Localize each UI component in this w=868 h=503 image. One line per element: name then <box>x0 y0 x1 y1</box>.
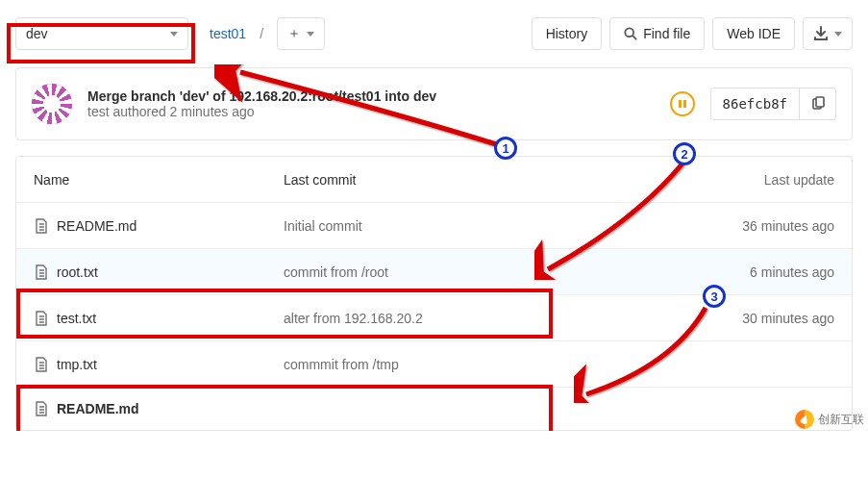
last-commit-panel: Merge branch 'dev' of 192.168.20.2:root/… <box>15 67 853 140</box>
col-update: Last update <box>642 172 834 188</box>
svg-rect-5 <box>816 97 824 107</box>
history-button[interactable]: History <box>532 17 603 50</box>
chevron-down-icon <box>834 32 842 37</box>
file-commit: commit from /root <box>284 264 642 280</box>
table-row[interactable]: root.txt commit from /root 6 minutes ago <box>16 249 852 295</box>
col-commit: Last commit <box>284 172 642 188</box>
file-icon <box>34 357 49 372</box>
breadcrumb-sep: / <box>260 26 263 41</box>
svg-rect-3 <box>683 100 686 108</box>
file-icon <box>34 311 49 326</box>
file-name: tmp.txt <box>57 357 97 372</box>
commit-author-line: test authored 2 minutes ago <box>87 104 655 119</box>
readme-header: README.md <box>16 388 852 430</box>
find-file-button[interactable]: Find file <box>609 17 705 50</box>
watermark-logo-icon <box>795 410 814 429</box>
file-icon <box>34 218 49 234</box>
branch-switcher[interactable]: dev <box>15 17 188 50</box>
file-time: 6 minutes ago <box>642 264 834 280</box>
file-tree-header: Name Last commit Last update <box>16 157 852 203</box>
file-time: 36 minutes ago <box>642 218 834 234</box>
plus-icon: ＋ <box>287 25 301 42</box>
file-name: test.txt <box>57 311 96 326</box>
top-toolbar: dev test01 / ＋ History Find file Web IDE <box>0 0 868 67</box>
svg-point-0 <box>626 28 634 37</box>
readme-title: README.md <box>57 401 139 416</box>
table-row[interactable]: test.txt alter from 192.168.20.2 30 minu… <box>16 295 852 341</box>
avatar <box>32 84 72 124</box>
file-name: README.md <box>57 218 136 234</box>
file-commit: alter from 192.168.20.2 <box>284 311 642 326</box>
web-ide-button[interactable]: Web IDE <box>712 17 795 50</box>
watermark: 创新互联 <box>795 410 864 429</box>
table-row[interactable]: tmp.txt commmit from /tmp <box>16 341 852 388</box>
file-icon <box>34 264 49 280</box>
chevron-down-icon <box>307 32 314 37</box>
commit-sha[interactable]: 86efcb8f <box>710 88 800 120</box>
file-icon <box>34 401 49 416</box>
file-time: 30 minutes ago <box>642 311 834 326</box>
file-name: root.txt <box>57 264 98 280</box>
svg-rect-2 <box>679 100 682 108</box>
breadcrumb-repo[interactable]: test01 <box>210 26 246 41</box>
svg-line-1 <box>632 36 636 39</box>
file-tree: Name Last commit Last update README.md I… <box>15 156 853 431</box>
file-commit: commmit from /tmp <box>284 357 642 372</box>
col-name: Name <box>34 172 284 188</box>
copy-sha-button[interactable] <box>800 88 836 120</box>
commit-title[interactable]: Merge branch 'dev' of 192.168.20.2:root/… <box>87 88 655 104</box>
download-icon <box>813 26 829 41</box>
branch-name: dev <box>26 26 48 41</box>
download-dropdown[interactable] <box>803 17 853 50</box>
chevron-down-icon <box>170 32 178 37</box>
pipeline-status-icon[interactable] <box>670 91 695 116</box>
copy-icon <box>810 96 826 112</box>
search-icon <box>624 27 637 40</box>
table-row[interactable]: README.md Initial commit 36 minutes ago <box>16 203 852 249</box>
file-commit: Initial commit <box>284 218 642 234</box>
add-file-dropdown[interactable]: ＋ <box>277 17 325 50</box>
watermark-text: 创新互联 <box>818 412 864 428</box>
